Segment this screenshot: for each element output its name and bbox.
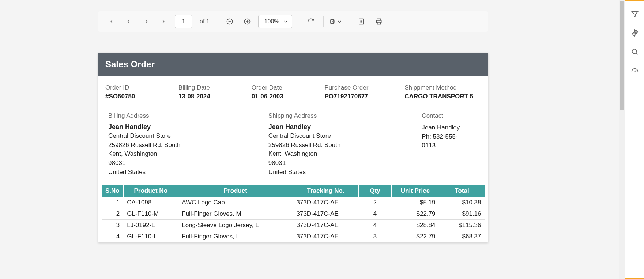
zoom-out-button[interactable] bbox=[223, 15, 236, 28]
vertical-scrollbar[interactable] bbox=[619, 0, 625, 279]
page-of-label: of 1 bbox=[200, 18, 210, 25]
billing-line: 98031 bbox=[108, 159, 239, 168]
col-product: Product bbox=[178, 185, 293, 197]
billing-name: Jean Handley bbox=[108, 123, 239, 131]
print-button[interactable] bbox=[372, 15, 385, 28]
cell-qty: 2 bbox=[359, 197, 392, 208]
first-page-button[interactable] bbox=[105, 15, 118, 28]
order-meta-row: Order ID #SO50750 Billing Date 13-08-202… bbox=[98, 76, 488, 107]
table-row: 2GL-F110-MFull-Finger Gloves, M373D-417C… bbox=[102, 208, 485, 220]
order-id-value: #SO50750 bbox=[105, 93, 175, 100]
cell-tracking: 373D-417C-AE bbox=[293, 220, 359, 231]
cell-unit-price: $28.84 bbox=[392, 220, 439, 231]
address-row: Billing Address Jean Handley Central Dis… bbox=[98, 107, 488, 183]
cell-sno: 2 bbox=[102, 208, 124, 220]
zoom-in-button[interactable] bbox=[241, 15, 254, 28]
order-id-label: Order ID bbox=[105, 84, 175, 91]
contact-block: Contact Jean Handley Ph: 582-555-0113 bbox=[392, 112, 481, 177]
contact-name: Jean Handley bbox=[422, 123, 470, 132]
cell-tracking: 373D-417C-AE bbox=[293, 197, 359, 208]
billing-date-value: 13-08-2024 bbox=[178, 93, 248, 100]
shipping-address-title: Shipping Address bbox=[268, 112, 381, 120]
shipping-line: United States bbox=[268, 168, 381, 177]
refresh-button[interactable] bbox=[304, 15, 317, 28]
cell-product-no: GL-F110-M bbox=[123, 208, 178, 220]
toolbar-separator bbox=[323, 16, 324, 27]
shipping-line: Kent, Washington bbox=[268, 150, 381, 159]
contact-phone: Ph: 582-555-0113 bbox=[422, 132, 470, 150]
cell-qty: 4 bbox=[359, 208, 392, 220]
cell-product-no: CA-1098 bbox=[123, 197, 178, 208]
toolbar-separator bbox=[298, 16, 298, 27]
billing-address-block: Billing Address Jean Handley Central Dis… bbox=[108, 112, 250, 177]
cell-sno: 4 bbox=[102, 231, 124, 242]
shipping-line: 98031 bbox=[268, 159, 381, 168]
cell-sno: 3 bbox=[102, 220, 124, 231]
table-row: 3LJ-0192-LLong-Sleeve Logo Jersey, L373D… bbox=[102, 220, 485, 231]
search-icon[interactable] bbox=[630, 48, 639, 56]
shipment-label: Shippment Method bbox=[404, 84, 481, 91]
order-date-value: 01-06-2003 bbox=[252, 93, 321, 100]
po-label: Purchase Order bbox=[324, 84, 401, 91]
po-value: PO7192170677 bbox=[324, 93, 401, 100]
cell-product: AWC Logo Cap bbox=[178, 197, 293, 208]
zoom-level-select[interactable]: 100% bbox=[258, 15, 292, 28]
cell-total: $115.36 bbox=[439, 220, 485, 231]
report-viewer-area: of 1 100% Sales Order bbox=[0, 0, 619, 279]
next-page-button[interactable] bbox=[140, 15, 153, 28]
billing-date-label: Billing Date bbox=[178, 84, 248, 91]
cell-product: Full-Finger Gloves, L bbox=[178, 231, 293, 242]
table-row: 4GL-F110-LFull-Finger Gloves, L373D-417C… bbox=[102, 231, 485, 242]
cell-product: Long-Sleeve Logo Jersey, L bbox=[178, 220, 293, 231]
billing-line: United States bbox=[108, 168, 239, 177]
col-qty: Qty bbox=[359, 185, 392, 197]
col-product-no: Product No bbox=[123, 185, 178, 197]
cell-qty: 4 bbox=[359, 220, 392, 231]
chevron-down-icon bbox=[283, 19, 288, 24]
cell-product: Full-Finger Gloves, M bbox=[178, 208, 293, 220]
cell-tracking: 373D-417C-AE bbox=[293, 231, 359, 242]
cell-total: $10.38 bbox=[439, 197, 485, 208]
shipment-value: CARGO TRANSPORT 5 bbox=[404, 93, 481, 100]
cell-qty: 3 bbox=[359, 231, 392, 242]
table-row: 1CA-1098AWC Logo Cap373D-417C-AE2$5.19$1… bbox=[102, 197, 485, 208]
gear-icon[interactable] bbox=[630, 29, 639, 37]
cell-unit-price: $5.19 bbox=[392, 197, 439, 208]
viewer-toolbar: of 1 100% bbox=[98, 11, 488, 32]
billing-address-title: Billing Address bbox=[108, 112, 239, 120]
page-number-input[interactable] bbox=[175, 15, 192, 28]
last-page-button[interactable] bbox=[157, 15, 170, 28]
export-button[interactable] bbox=[329, 15, 343, 28]
billing-line: Central Discount Store bbox=[108, 132, 239, 141]
zoom-level-value: 100% bbox=[264, 18, 279, 25]
performance-icon[interactable] bbox=[630, 67, 639, 75]
billing-line: Kent, Washington bbox=[108, 150, 239, 159]
report-title: Sales Order bbox=[98, 53, 488, 76]
filter-icon[interactable] bbox=[630, 10, 639, 18]
col-total: Total bbox=[439, 185, 485, 197]
scrollbar-thumb[interactable] bbox=[620, 1, 624, 110]
prev-page-button[interactable] bbox=[122, 15, 135, 28]
toolbar-separator bbox=[349, 16, 349, 27]
cell-sno: 1 bbox=[102, 197, 124, 208]
order-date-label: Order Date bbox=[252, 84, 321, 91]
side-panel bbox=[625, 0, 644, 279]
toolbar-separator bbox=[217, 16, 217, 27]
cell-total: $68.37 bbox=[439, 231, 485, 242]
page-layout-button[interactable] bbox=[355, 15, 368, 28]
shipping-line: Central Discount Store bbox=[268, 132, 381, 141]
line-items-table: S.No Product No Product Tracking No. Qty… bbox=[101, 185, 485, 242]
shipping-name: Jean Handley bbox=[268, 123, 381, 131]
svg-point-8 bbox=[632, 49, 636, 54]
cell-unit-price: $22.79 bbox=[392, 208, 439, 220]
cell-tracking: 373D-417C-AE bbox=[293, 208, 359, 220]
col-unit-price: Unit Price bbox=[392, 185, 439, 197]
col-tracking: Tracking No. bbox=[293, 185, 359, 197]
table-header-row: S.No Product No Product Tracking No. Qty… bbox=[102, 185, 485, 197]
billing-line: 259826 Russell Rd. South bbox=[108, 141, 239, 150]
contact-title: Contact bbox=[422, 112, 470, 120]
report-document: Sales Order Order ID #SO50750 Billing Da… bbox=[98, 53, 488, 242]
cell-total: $91.16 bbox=[439, 208, 485, 220]
cell-product-no: GL-F110-L bbox=[123, 231, 178, 242]
col-sno: S.No bbox=[102, 185, 124, 197]
